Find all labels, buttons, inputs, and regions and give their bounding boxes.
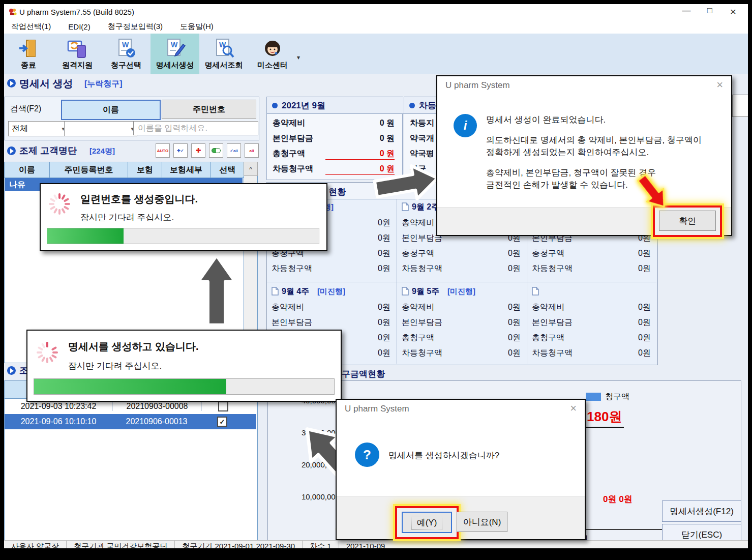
progress-bar — [47, 228, 319, 244]
toolbar-statement-view-button[interactable]: W 명세서조회 — [199, 34, 248, 74]
col-header-name[interactable]: 이름 — [5, 162, 50, 178]
dialog-close-icon[interactable]: × — [570, 402, 577, 415]
week-row-label: 차등청구액 — [272, 263, 312, 274]
history-datetime-cell: 2021-09-06 10:10:10 — [5, 417, 112, 426]
spinner-icon — [36, 341, 59, 364]
group-select[interactable]: ▾ — [64, 121, 137, 136]
toolbar-exit-label: 종료 — [21, 61, 36, 70]
progress-bar — [34, 378, 335, 395]
diff-row-label: 차등지 — [410, 118, 434, 129]
confirm-no-button[interactable]: 아니요(N) — [457, 512, 507, 532]
col-header-select[interactable]: 선택 — [210, 162, 244, 178]
dialog-title: U pharm System — [345, 404, 409, 414]
month-row-label: 본인부담금 — [273, 133, 313, 144]
history-checkbox[interactable]: ✓ — [217, 417, 227, 427]
progress-bar-fill — [34, 379, 226, 394]
doc-icon — [272, 287, 279, 296]
col-header-jumin[interactable]: 주민등록번호 — [50, 162, 128, 178]
minimize-button[interactable]: — — [675, 6, 698, 18]
week-row-value: 0원 — [466, 317, 521, 328]
week-title: 9월 4주 — [282, 286, 309, 297]
week-tag: [미진행] — [317, 287, 345, 297]
history-checkbox[interactable] — [218, 401, 228, 411]
search-tab-name[interactable]: 이름 — [61, 100, 161, 120]
auto-select-icon[interactable]: AUTO — [156, 143, 170, 158]
week-title: 9월 5주 — [412, 286, 439, 297]
dialog-close-icon[interactable]: × — [716, 78, 723, 92]
doc-icon — [532, 287, 539, 296]
name-search-input[interactable] — [133, 121, 258, 135]
search-tab-jumin[interactable]: 주민번호 — [162, 100, 256, 119]
chart-section-title-fragment: 구금액현황 — [342, 368, 385, 380]
maximize-button[interactable]: □ — [698, 6, 721, 18]
uncheck-all-icon[interactable]: all — [245, 143, 259, 158]
week-row-value: 0원 — [466, 263, 521, 274]
page-title: 명세서 생성 — [19, 77, 73, 91]
app-window: U pharm System7.55 (Build 8025) — □ × 작업… — [0, 0, 752, 560]
dialog-line: 의도하신대로 명세서의 총 약제비, 본인부담금, 청구액이 — [486, 134, 702, 146]
toolbar-exit-button[interactable]: 종료 — [4, 34, 53, 74]
week-row-value: 0원 — [596, 248, 651, 259]
dialog-line: 정확하게 생성되었는지 확인하여주십시오. — [486, 146, 649, 158]
toolbar-more-caret-icon[interactable]: ▾ — [297, 54, 300, 61]
create-statement-button[interactable]: 명세서생성(F12) — [662, 500, 741, 522]
menu-item-help[interactable]: 도움말(H) — [180, 22, 214, 32]
scrollbar-up-button[interactable]: ^ — [244, 162, 258, 176]
chevron-up-icon: ^ — [249, 165, 252, 173]
week-row-value: 0원 — [336, 248, 390, 259]
smile-center-icon — [261, 38, 284, 60]
dialog-line: 금전적인 손해가 발생할 수 있습니다. — [486, 179, 628, 191]
week-row-label: 차등청구액 — [532, 348, 573, 359]
week-row-label: 총약제비 — [402, 302, 434, 313]
week-row-label: 총청구액 — [532, 333, 564, 343]
month-row-label: 차등청구액 — [273, 164, 313, 174]
history-row-selected[interactable]: 2021-09-06 10:10:10 20210906-00013 ✓ — [5, 414, 256, 429]
doc-icon — [402, 287, 409, 296]
toolbar-claim-select-button[interactable]: W 청구선택 — [102, 34, 151, 74]
week-row-value: 0원 — [336, 302, 390, 313]
week-row-label: 총청구액 — [402, 248, 434, 259]
check-all-icon[interactable]: ✓all — [227, 143, 241, 158]
zero-values-label: 0원 0원 — [603, 493, 633, 505]
medicine-check-icon[interactable] — [209, 143, 223, 158]
menu-item-work-select[interactable]: 작업선택(1) — [11, 22, 51, 32]
week-row-label: 총청구액 — [532, 248, 564, 259]
history-serial-cell: 20210906-00013 — [112, 417, 201, 426]
progress-submessage: 잠시만 기다려 주십시오. — [68, 360, 162, 372]
toolbar-statement-create-button[interactable]: W 명세서생성 — [151, 34, 199, 74]
title-bar: U pharm System7.55 (Build 8025) — □ × — [4, 4, 748, 19]
progress-dialog-statement: 명세서를 생성하고 있습니다. 잠시만 기다려 주십시오. — [26, 330, 342, 402]
confirm-ok-button[interactable]: 확인 — [659, 211, 716, 231]
month-row-value: 0 원 — [325, 149, 395, 160]
add-patient-check-icon[interactable]: ✚✓ — [173, 143, 188, 158]
month-row-label: 총약제비 — [273, 118, 305, 129]
confirm-yes-button[interactable]: 예(Y) — [402, 512, 452, 533]
toolbar-smile-center-label: 미소센터 — [257, 61, 288, 70]
week-row-value: 0원 — [596, 333, 651, 343]
dialog-title: U pharm System — [445, 80, 510, 91]
col-header-insurance-detail[interactable]: 보험세부 — [162, 162, 210, 178]
week-row-value: 0원 — [466, 333, 521, 343]
week-row-value: 0원 — [336, 218, 390, 228]
col-header-insurance[interactable]: 보험 — [128, 162, 162, 178]
menu-item-claim-info[interactable]: 청구정보입력(3) — [108, 22, 163, 32]
filter-select[interactable]: 전체 ▾ — [8, 121, 68, 136]
progress-message: 일련번호를 생성중입니다. — [80, 192, 198, 206]
svg-text:W: W — [171, 41, 178, 49]
week-row-value: 0원 — [466, 248, 521, 259]
toolbar-remote-support-button[interactable]: 원격지원 — [53, 34, 102, 74]
menu-item-edi[interactable]: EDI(2) — [68, 22, 90, 31]
close-button[interactable]: × — [721, 6, 745, 18]
toolbar-remote-support-label: 원격지원 — [62, 61, 93, 70]
arrow-to-progress-dialog — [191, 253, 242, 327]
statement-create-icon: W — [164, 38, 186, 60]
month-bullet-icon — [272, 103, 278, 108]
diff-panel-title: 차등 — [419, 100, 436, 111]
exit-door-icon — [18, 38, 39, 60]
question-icon: ? — [355, 443, 379, 467]
remote-support-icon — [66, 38, 88, 60]
week-row-label: 본인부담금 — [272, 317, 312, 328]
week-row-label: 총청구액 — [402, 333, 434, 343]
add-patient-icon[interactable]: ✚ — [191, 143, 205, 158]
toolbar-smile-center-button[interactable]: 미소센터 — [248, 34, 297, 74]
